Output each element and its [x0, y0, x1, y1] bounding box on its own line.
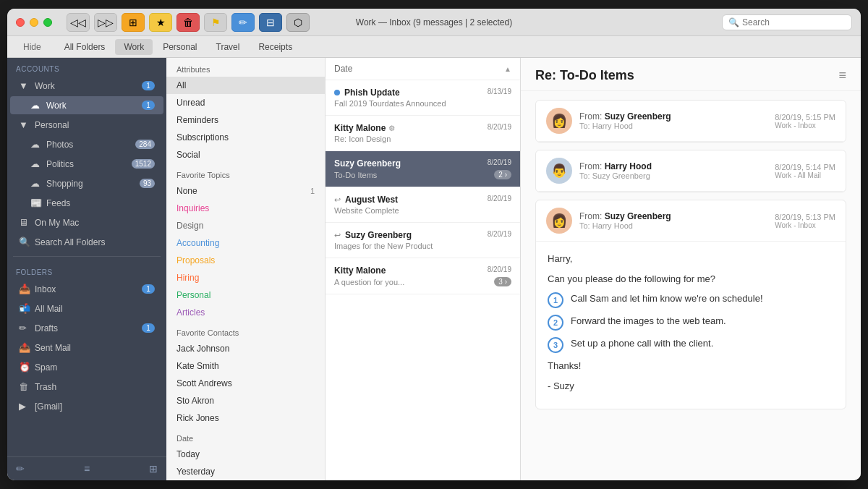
sidebar-account-feeds[interactable]: 📰 Feeds [10, 194, 163, 212]
filter-date-today[interactable]: Today [166, 446, 325, 463]
sidebar-gmail[interactable]: ▶ [Gmail] [10, 397, 163, 415]
sidebar-account-politics[interactable]: ☁ Politics 1512 [10, 155, 163, 173]
sidebar-gmail-label: [Gmail] [35, 401, 62, 412]
email-signature: - Suzy [548, 379, 834, 394]
sidebar-sent-mail[interactable]: 📤 Sent Mail [10, 339, 163, 357]
email-menu-icon[interactable]: ≡ [838, 68, 846, 83]
filter-contact-jack[interactable]: Jack Johnson [166, 340, 325, 357]
filter-topic-hiring[interactable]: Hiring [166, 269, 325, 286]
message-item-2[interactable]: Suzy Greenberg 8/20/19 To-Do Items 2 › [326, 151, 520, 187]
sidebar-spam[interactable]: ⏰ Spam [10, 358, 163, 376]
flag-button[interactable]: ⚑ [204, 13, 227, 32]
delete-button[interactable]: 🗑 [176, 13, 200, 32]
tab-receipts[interactable]: Receipts [250, 39, 301, 55]
email-to-2: To: Harry Hood [579, 221, 775, 230]
email-card-1[interactable]: 👨 From: Harry Hood To: Suzy Greenberg [535, 150, 846, 192]
filter-social[interactable]: Social [166, 146, 325, 163]
compose-bottom-icon[interactable]: ✏ [16, 463, 25, 475]
attributes-label: Attributes [166, 58, 325, 77]
sidebar-account-photos-label: Photos [46, 140, 73, 150]
todo-item-1: 2 Forward the images to the web team. [548, 314, 834, 331]
message-item-5[interactable]: Kitty Malone 8/20/19 A question for you.… [326, 258, 520, 294]
sidebar-account-shopping[interactable]: ☁ Shopping 93 [10, 174, 163, 192]
accounts-label: Accounts [7, 58, 166, 76]
back-button[interactable]: ◁◁ [67, 13, 90, 32]
filter-all[interactable]: All [166, 77, 325, 94]
filter-topic-design[interactable]: Design [166, 217, 325, 234]
filter-contact-sto[interactable]: Sto Akron [166, 392, 325, 409]
filter-contact-rick-label: Rick Jones [176, 413, 219, 423]
search-bar[interactable]: 🔍 [722, 14, 852, 30]
filter-subscriptions[interactable]: Subscriptions [166, 129, 325, 146]
sort-chevron-icon[interactable]: ▲ [504, 65, 511, 73]
email-closing: Thanks! [548, 359, 834, 373]
cloud-icon-work: ☁ [30, 100, 42, 111]
filter-reminders-label: Reminders [176, 115, 218, 125]
sidebar-on-my-mac[interactable]: 🖥 On My Mac [10, 213, 163, 231]
filter-unread-label: Unread [176, 98, 205, 108]
sidebar-all-mail[interactable]: 📬 All Mail [10, 299, 163, 318]
email-inbox-tag-1: Work - All Mail [775, 171, 835, 179]
reply-arrow-4: ↩ [334, 231, 341, 240]
sidebar-account-personal[interactable]: ▼ Personal [10, 116, 163, 134]
message-item-0[interactable]: Phish Update 8/13/19 Fall 2019 Tourdates… [326, 80, 520, 116]
message-item-1[interactable]: Kitty Malone ⚙ 8/20/19 Re: Icon Design [326, 116, 520, 151]
filter-topic-none[interactable]: None 1 [166, 182, 325, 200]
tab-travel[interactable]: Travel [208, 39, 249, 55]
sidebar-account-work-top[interactable]: ▼ Work 1 [10, 77, 163, 95]
filter-date-yesterday[interactable]: Yesterday [166, 463, 325, 480]
stamp-button[interactable]: ⬡ [286, 13, 310, 32]
email-card-2[interactable]: 👩 From: Suzy Greenberg To: Harry Hood [535, 200, 846, 409]
close-button[interactable] [16, 18, 25, 27]
sidebar-account-work-label: Work [46, 101, 67, 111]
filter-topic-articles[interactable]: Articles [166, 304, 325, 321]
inbox-icon: 📥 [19, 284, 30, 294]
sidebar-search-all[interactable]: 🔍 Search All Folders [10, 233, 163, 251]
todo-num-0: 1 [548, 292, 563, 308]
folder-button[interactable]: ⊟ [259, 13, 282, 32]
star-button[interactable]: ★ [149, 13, 172, 32]
sidebar-trash[interactable]: 🗑 Trash [10, 378, 163, 396]
message-item-4[interactable]: ↩ Suzy Greenberg 8/20/19 Images for the … [326, 223, 520, 258]
computer-icon: 🖥 [19, 217, 30, 228]
todo-num-2: 3 [548, 337, 563, 353]
maximize-button[interactable] [43, 18, 52, 27]
tab-work[interactable]: Work [115, 39, 153, 55]
archive-button[interactable]: ⊞ [122, 13, 145, 32]
msg-count-badge-5: 3 › [494, 277, 511, 286]
add-bottom-icon[interactable]: ⊞ [149, 463, 158, 475]
sidebar-drafts[interactable]: ✏ Drafts 1 [10, 319, 163, 337]
filter-reminders[interactable]: Reminders [166, 111, 325, 129]
contacts-label: Favorite Contacts [166, 321, 325, 340]
tab-personal[interactable]: Personal [154, 39, 205, 55]
email-card-0[interactable]: 👩 From: Suzy Greenberg To: Harry Hood [535, 100, 846, 143]
filter-topic-inquiries[interactable]: Inquiries [166, 200, 325, 217]
filter-topic-proposals[interactable]: Proposals [166, 252, 325, 269]
email-meta-1: 8/20/19, 5:14 PM Work - All Mail [775, 163, 835, 179]
sidebar-account-work[interactable]: ☁ Work 1 [10, 96, 163, 114]
filter-topic-personal[interactable]: Personal [166, 286, 325, 304]
minimize-button[interactable] [30, 18, 38, 27]
activity-bottom-icon[interactable]: ≡ [84, 463, 90, 475]
flag-icon: ⚑ [211, 17, 221, 28]
message-item-3[interactable]: ↩ August West 8/20/19 Website Complete [326, 187, 520, 223]
hide-button[interactable]: Hide [16, 39, 48, 55]
forward-button[interactable]: ▷▷ [94, 13, 117, 32]
filter-contact-kate-label: Kate Smith [176, 361, 219, 371]
search-input[interactable] [742, 17, 846, 27]
avatar-0: 👩 [546, 108, 572, 134]
drafts-icon: ✏ [19, 323, 30, 333]
tab-all-folders[interactable]: All Folders [56, 39, 114, 55]
sidebar-account-photos[interactable]: ☁ Photos 284 [10, 135, 163, 153]
filter-topic-accounting[interactable]: Accounting [166, 234, 325, 252]
filter-contact-kate[interactable]: Kate Smith [166, 357, 325, 375]
compose-button[interactable]: ✏ [231, 13, 255, 32]
filter-contact-scott[interactable]: Scott Andrews [166, 375, 325, 392]
to-label-0: To: [579, 122, 592, 130]
sidebar-inbox[interactable]: 📥 Inbox 1 [10, 280, 163, 298]
filter-unread[interactable]: Unread [166, 94, 325, 111]
message-list-header: Date ▲ [326, 58, 520, 80]
sidebar-drafts-label: Drafts [35, 323, 58, 333]
topics-label: Favorite Topics [166, 163, 325, 182]
filter-contact-rick[interactable]: Rick Jones [166, 409, 325, 427]
